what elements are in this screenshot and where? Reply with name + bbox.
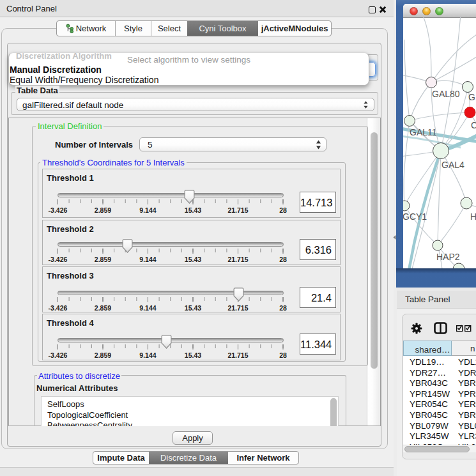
svg-text:GAL80: GAL80 <box>432 89 460 99</box>
svg-text:G.: G. <box>468 92 476 102</box>
svg-text:HAP2: HAP2 <box>436 252 460 262</box>
svg-text:H: H <box>470 211 476 222</box>
svg-text:C: C <box>471 120 476 130</box>
svg-text:GAL11: GAL11 <box>410 127 437 137</box>
svg-text:GCY1: GCY1 <box>403 211 427 222</box>
svg-text:GAL4: GAL4 <box>441 160 464 170</box>
